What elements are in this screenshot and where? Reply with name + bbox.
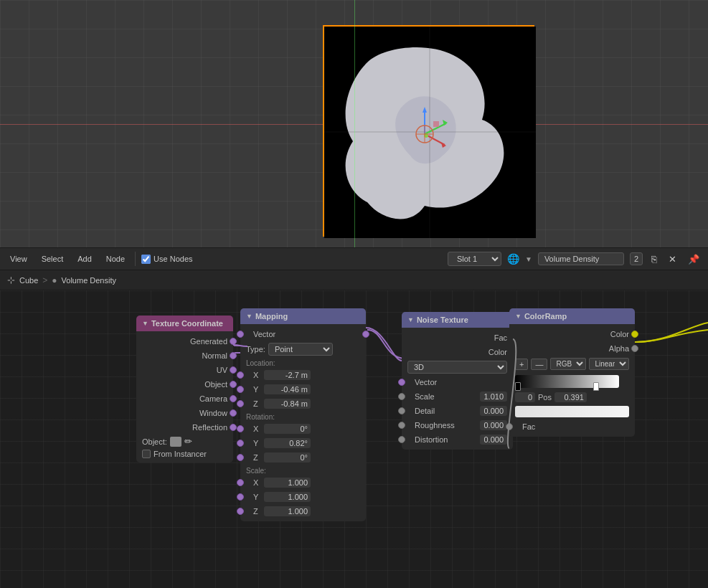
texture-coordinate-header[interactable]: ▼ Texture Coordinate <box>136 316 233 331</box>
gradient-marker-white[interactable] <box>593 382 599 391</box>
add-stop-button[interactable]: + <box>515 359 528 370</box>
mapping-type-select[interactable]: Point <box>268 343 333 356</box>
noise-texture-node[interactable]: ▼ Noise Texture Fac Color 3D <box>402 312 513 450</box>
loc-y-input[interactable] <box>264 384 311 394</box>
from-instancer-label: From Instancer <box>154 450 207 458</box>
rot-x-row: X <box>240 422 366 436</box>
colorramp-alpha-label: Alpha <box>609 344 629 353</box>
eyedropper-icon[interactable]: ✏ <box>184 436 192 447</box>
colorramp-alpha-socket[interactable] <box>631 345 638 352</box>
noise-dimension-select[interactable]: 3D <box>407 361 507 374</box>
texture-coordinate-node[interactable]: ▼ Texture Coordinate Generated Normal UV <box>136 316 233 463</box>
rot-x-input[interactable] <box>264 424 311 434</box>
cube-object <box>323 25 534 237</box>
svg-marker-4 <box>423 107 427 113</box>
loc-x-socket[interactable] <box>237 371 244 379</box>
view-menu-button[interactable]: View <box>6 253 32 265</box>
scale-z-input[interactable] <box>264 506 311 516</box>
loc-z-socket[interactable] <box>237 400 244 407</box>
remove-material-button[interactable]: ✕ <box>666 252 679 266</box>
select-menu-button[interactable]: Select <box>37 253 68 265</box>
mapping-body: Vector Type: Point Location: X <box>240 324 366 521</box>
noise-detail-socket[interactable] <box>398 407 405 414</box>
gradient-marker-black[interactable] <box>515 382 521 391</box>
normal-socket[interactable] <box>230 352 237 359</box>
colorramp-pos-input[interactable] <box>554 392 587 402</box>
breadcrumb-material[interactable]: Volume Density <box>62 276 116 285</box>
window-label: Window <box>199 409 227 417</box>
camera-socket[interactable] <box>230 395 237 402</box>
material-name-input[interactable] <box>538 252 624 265</box>
loc-y-socket[interactable] <box>237 386 244 393</box>
object-socket[interactable] <box>230 381 237 388</box>
scale-z-socket[interactable] <box>237 508 244 515</box>
uv-socket[interactable] <box>230 366 237 374</box>
noise-dimension-row: 3D <box>402 359 513 375</box>
rot-z-label: Z <box>253 453 264 462</box>
use-nodes-checkbox[interactable] <box>141 255 151 264</box>
3d-viewport[interactable] <box>0 0 708 247</box>
noise-vector-socket[interactable] <box>398 379 405 386</box>
colorramp-index-input[interactable] <box>515 392 535 402</box>
from-instancer-checkbox[interactable] <box>142 450 151 458</box>
colorramp-color-label: Color <box>610 330 629 338</box>
globe-icon: 🌐 <box>507 253 519 265</box>
noise-detail-label: Detail <box>415 407 461 415</box>
scale-y-input[interactable] <box>264 492 311 502</box>
mapping-header[interactable]: ▼ Mapping <box>240 308 366 324</box>
loc-x-input[interactable] <box>264 370 311 380</box>
pin-button[interactable]: 📌 <box>685 252 702 266</box>
rot-z-socket[interactable] <box>237 454 244 461</box>
uv-output-row: UV <box>136 363 233 377</box>
colorramp-color-swatch[interactable] <box>515 406 629 417</box>
colorramp-header[interactable]: ▼ ColorRamp <box>509 308 635 324</box>
colorramp-fac-socket[interactable] <box>506 423 513 430</box>
rot-z-input[interactable] <box>264 452 311 463</box>
rot-y-row: Y <box>240 436 366 450</box>
reflection-socket[interactable] <box>230 424 237 431</box>
mapping-vector-in-socket[interactable] <box>237 331 244 338</box>
rot-y-socket[interactable] <box>237 440 244 447</box>
copy-material-button[interactable]: ⎘ <box>648 252 660 266</box>
object-output-row: Object <box>136 377 233 392</box>
generated-socket[interactable] <box>230 338 237 345</box>
scale-x-label: X <box>253 478 264 487</box>
rot-y-input[interactable] <box>264 438 311 448</box>
loc-z-input[interactable] <box>264 399 311 409</box>
mapping-vector-out-socket[interactable] <box>362 331 369 338</box>
color-ramp-node[interactable]: ▼ ColorRamp Color Alpha + — <box>509 308 635 437</box>
noise-roughness-socket[interactable] <box>398 422 405 429</box>
dropdown-arrow-icon: ▼ <box>525 255 532 263</box>
scale-y-socket[interactable] <box>237 493 244 501</box>
noise-distortion-socket[interactable] <box>398 436 405 443</box>
texture-coordinate-title: Texture Coordinate <box>151 319 223 328</box>
noise-scale-socket[interactable] <box>398 393 405 400</box>
noise-distortion-row: Distortion 0.000 <box>402 432 513 447</box>
noise-color-label: Color <box>488 348 507 356</box>
node-menu-button[interactable]: Node <box>102 253 129 265</box>
colorramp-gradient[interactable] <box>515 375 619 388</box>
colorramp-pos-row: Pos <box>509 391 635 404</box>
reflection-output-row: Reflection <box>136 420 233 435</box>
scale-x-input[interactable] <box>264 478 311 488</box>
mapping-node[interactable]: ▼ Mapping Vector Type: Point Lo <box>240 308 366 521</box>
object-color-swatch[interactable] <box>170 437 181 447</box>
svg-marker-8 <box>441 143 446 148</box>
window-socket[interactable] <box>230 409 237 417</box>
use-nodes-label: Use Nodes <box>154 255 192 263</box>
rot-x-socket[interactable] <box>237 425 244 432</box>
remove-stop-button[interactable]: — <box>531 359 547 370</box>
camera-label: Camera <box>199 394 227 403</box>
breadcrumb-object[interactable]: Cube <box>19 276 38 285</box>
slot-dropdown[interactable]: Slot 1 <box>448 252 501 266</box>
add-menu-button[interactable]: Add <box>73 253 96 265</box>
transform-icon: ⊹ <box>7 275 15 285</box>
noise-header[interactable]: ▼ Noise Texture <box>402 312 513 328</box>
node-editor[interactable]: ▼ Texture Coordinate Generated Normal UV <box>0 290 708 588</box>
colorramp-interp-select[interactable]: RGB <box>550 358 586 370</box>
colorramp-mode-select[interactable]: Linear <box>589 358 629 370</box>
use-nodes-toggle[interactable]: Use Nodes <box>141 255 192 264</box>
scale-x-socket[interactable] <box>237 479 244 486</box>
loc-z-row: Z <box>240 397 366 411</box>
colorramp-color-socket[interactable] <box>631 331 638 338</box>
